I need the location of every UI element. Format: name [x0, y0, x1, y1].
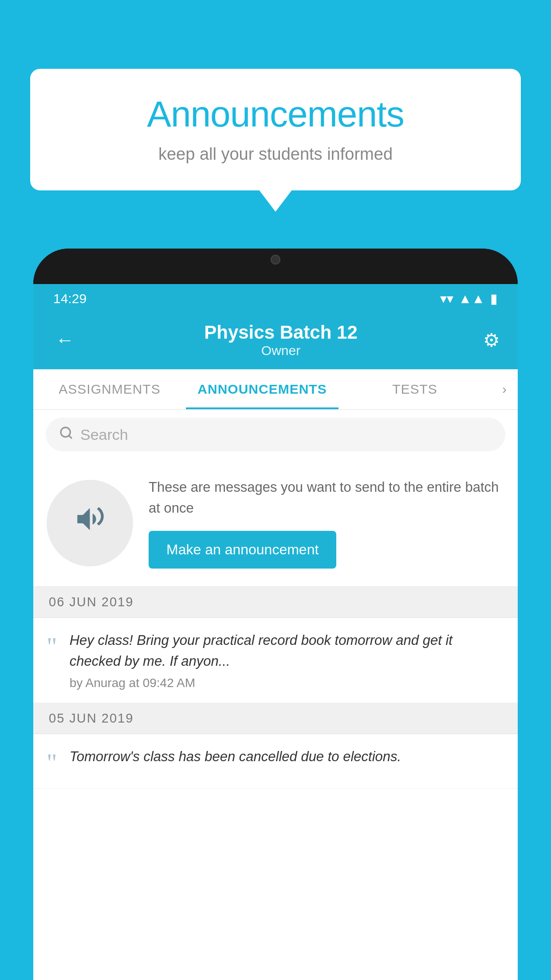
megaphone-icon [73, 502, 106, 543]
announcement-item-2[interactable]: " Tomorrow's class has been cancelled du… [33, 734, 518, 789]
phone-mockup: 14:29 ▾▾ ▲▲ ▮ ← Physics Batch 12 Owner ⚙ [33, 249, 518, 980]
announcement-right: These are messages you want to send to t… [149, 477, 504, 569]
batch-title: Physics Batch 12 [204, 322, 358, 343]
quote-icon-2: " [47, 750, 57, 776]
megaphone-circle [47, 480, 133, 566]
announcement-item-1[interactable]: " Hey class! Bring your practical record… [33, 618, 518, 703]
svg-line-1 [69, 435, 71, 438]
settings-icon[interactable]: ⚙ [483, 329, 500, 351]
battery-icon: ▮ [490, 291, 498, 306]
wifi-icon: ▾▾ [440, 291, 453, 306]
speech-bubble-title: Announcements [57, 93, 494, 135]
tab-tests[interactable]: TESTS [338, 369, 491, 409]
time-display: 14:29 [53, 291, 87, 306]
announcement-meta-1: by Anurag at 09:42 AM [70, 676, 504, 690]
announcement-placeholder: These are messages you want to send to t… [33, 459, 518, 587]
date-divider-1: 06 JUN 2019 [33, 587, 518, 618]
user-role: Owner [204, 343, 358, 358]
speech-bubble-subtitle: keep all your students informed [57, 145, 494, 164]
phone-inner: 14:29 ▾▾ ▲▲ ▮ ← Physics Batch 12 Owner ⚙ [33, 284, 518, 980]
make-announcement-button[interactable]: Make an announcement [149, 531, 336, 569]
announcement-description: These are messages you want to send to t… [149, 477, 504, 518]
speech-bubble: Announcements keep all your students inf… [30, 69, 521, 190]
announcement-content-1: Hey class! Bring your practical record b… [70, 630, 504, 690]
status-icons: ▾▾ ▲▲ ▮ [440, 291, 498, 306]
phone-content: 14:29 ▾▾ ▲▲ ▮ ← Physics Batch 12 Owner ⚙ [33, 284, 518, 980]
search-bar: Search [33, 410, 518, 459]
phone-notch [249, 249, 302, 271]
tab-more-icon[interactable]: › [491, 369, 518, 409]
search-input-wrapper[interactable]: Search [46, 418, 505, 451]
signal-icon: ▲▲ [459, 291, 485, 306]
camera [271, 255, 280, 265]
tab-announcements[interactable]: ANNOUNCEMENTS [186, 369, 338, 409]
app-header: ← Physics Batch 12 Owner ⚙ [33, 313, 518, 369]
phone-notch-area [33, 249, 518, 284]
status-bar: 14:29 ▾▾ ▲▲ ▮ [33, 284, 518, 313]
announcement-text-1: Hey class! Bring your practical record b… [70, 630, 504, 672]
date-divider-2: 05 JUN 2019 [33, 703, 518, 734]
tabs-container: ASSIGNMENTS ANNOUNCEMENTS TESTS › [33, 369, 518, 410]
announcement-content-2: Tomorrow's class has been cancelled due … [70, 747, 401, 772]
back-button[interactable]: ← [51, 325, 79, 355]
phone-outer: 14:29 ▾▾ ▲▲ ▮ ← Physics Batch 12 Owner ⚙ [33, 249, 518, 980]
tab-assignments[interactable]: ASSIGNMENTS [33, 369, 186, 409]
search-placeholder: Search [80, 426, 128, 443]
quote-icon-1: " [47, 634, 57, 660]
announcement-text-2: Tomorrow's class has been cancelled due … [70, 747, 401, 767]
header-center: Physics Batch 12 Owner [204, 322, 358, 358]
search-icon [59, 426, 73, 443]
speech-bubble-section: Announcements keep all your students inf… [30, 69, 521, 190]
